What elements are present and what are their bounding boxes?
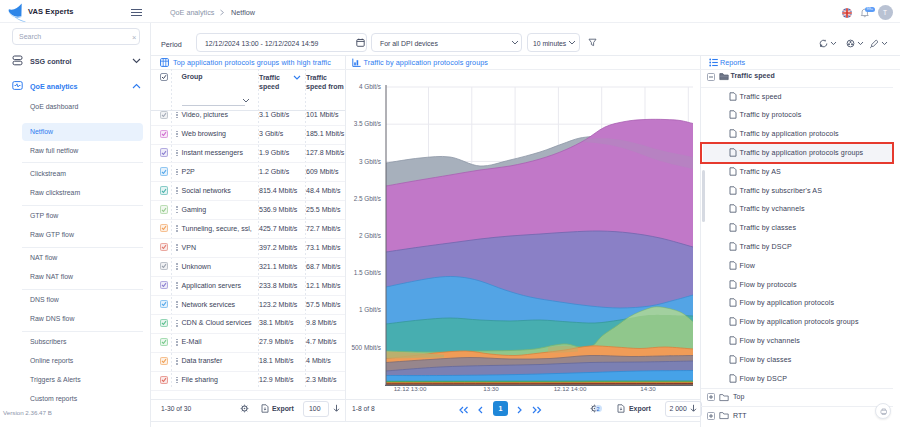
svg-text:500 Mbit/s: 500 Mbit/s (352, 344, 381, 351)
svg-text:3.5 Gbit/s: 3.5 Gbit/s (354, 120, 381, 127)
svg-text:2 Gbit/s: 2 Gbit/s (359, 232, 381, 239)
svg-text:1.5 Gbit/s: 1.5 Gbit/s (354, 269, 381, 276)
svg-text:12.12 14:00: 12.12 14:00 (554, 385, 587, 392)
svg-text:3 Gbit/s: 3 Gbit/s (359, 158, 381, 165)
svg-text:2.5 Gbit/s: 2.5 Gbit/s (354, 195, 381, 202)
svg-text:14:30: 14:30 (640, 385, 656, 392)
svg-text:1 Gbit/s: 1 Gbit/s (359, 306, 381, 313)
svg-text:12.12 13:00: 12.12 13:00 (394, 385, 427, 392)
svg-text:4 Gbit/s: 4 Gbit/s (359, 83, 381, 90)
svg-text:13:30: 13:30 (483, 385, 499, 392)
